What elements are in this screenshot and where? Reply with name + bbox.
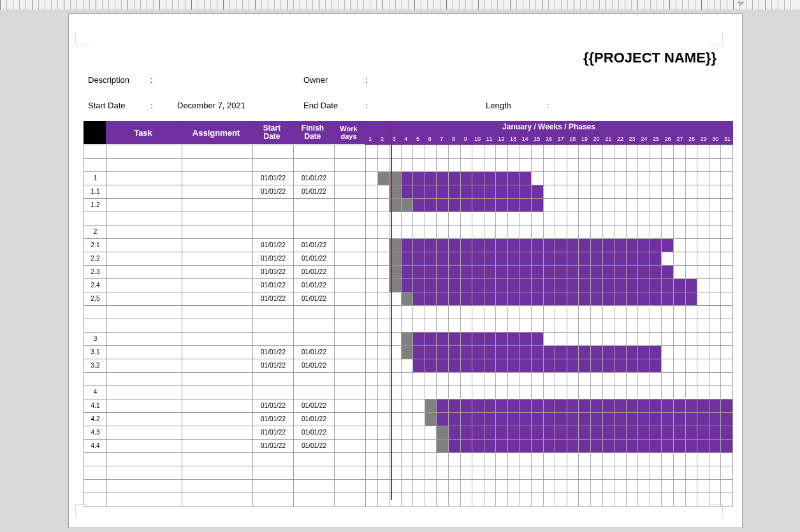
gantt-cell[interactable]	[555, 199, 567, 212]
gantt-cell[interactable]	[507, 399, 520, 412]
gantt-cell[interactable]	[578, 266, 590, 278]
gantt-cell[interactable]	[626, 346, 638, 359]
gantt-cell[interactable]	[484, 306, 496, 319]
gantt-cell[interactable]	[531, 426, 543, 439]
cell-assignment[interactable]	[182, 413, 253, 426]
gantt-cell[interactable]	[366, 359, 377, 372]
gantt-cell[interactable]	[460, 386, 472, 399]
gantt-cell[interactable]	[531, 239, 543, 252]
gantt-cell[interactable]	[531, 319, 543, 332]
gantt-cell[interactable]	[720, 413, 732, 426]
gantt-cell[interactable]	[531, 413, 543, 426]
cell-finish-date[interactable]: 01/01/22	[294, 426, 335, 439]
gantt-cell[interactable]	[709, 333, 721, 345]
gantt-cell[interactable]	[495, 346, 507, 359]
gantt-cell[interactable]	[484, 279, 496, 292]
gantt-cell[interactable]	[507, 239, 520, 252]
gantt-cell[interactable]	[495, 319, 507, 332]
gantt-cell[interactable]	[673, 292, 685, 305]
gantt-cell[interactable]	[520, 359, 532, 372]
gantt-cell[interactable]	[507, 426, 520, 439]
gantt-cell[interactable]	[495, 145, 507, 158]
gantt-cell[interactable]	[637, 145, 650, 158]
gantt-cell[interactable]	[555, 480, 567, 492]
gantt-cell[interactable]	[555, 346, 567, 359]
gantt-cell[interactable]	[650, 226, 662, 238]
gantt-cell[interactable]	[495, 493, 507, 506]
gantt-cell[interactable]	[650, 333, 662, 345]
gantt-cell[interactable]	[626, 386, 638, 399]
table-row[interactable]: 4.101/01/2201/01/22	[84, 399, 733, 412]
gantt-cell[interactable]	[697, 172, 709, 185]
gantt-cell[interactable]	[626, 359, 638, 372]
gantt-cell[interactable]	[495, 359, 507, 372]
gantt-cell[interactable]	[531, 252, 543, 265]
gantt-cell[interactable]	[697, 306, 709, 319]
gantt-cell[interactable]	[661, 493, 673, 506]
gantt-cell[interactable]	[401, 373, 413, 385]
gantt-cell[interactable]	[614, 373, 626, 385]
cell-task[interactable]	[107, 266, 182, 278]
gantt-cell[interactable]	[590, 239, 602, 252]
table-row[interactable]: 4.401/01/2201/01/22	[84, 439, 733, 452]
gantt-cell[interactable]	[495, 399, 507, 412]
gantt-cell[interactable]	[637, 172, 650, 185]
gantt-cell[interactable]	[520, 239, 532, 252]
gantt-cell[interactable]	[650, 413, 662, 426]
gantt-cell[interactable]	[650, 466, 662, 479]
gantt-cell[interactable]	[555, 266, 567, 278]
gantt-cell[interactable]	[448, 333, 460, 345]
cell-finish-date[interactable]: 01/01/22	[294, 279, 335, 292]
gantt-cell[interactable]	[425, 386, 437, 399]
gantt-cell[interactable]	[590, 252, 602, 265]
gantt-cell[interactable]	[543, 185, 555, 198]
gantt-cell[interactable]	[460, 145, 472, 158]
gantt-cell[interactable]	[697, 466, 709, 479]
gantt-cell[interactable]	[507, 199, 520, 212]
cell-assignment[interactable]	[182, 386, 253, 399]
gantt-cell[interactable]	[614, 413, 626, 426]
gantt-cell[interactable]	[543, 359, 555, 372]
cell-task[interactable]	[107, 373, 182, 385]
gantt-cell[interactable]	[401, 279, 413, 292]
cell-work-days[interactable]	[335, 480, 366, 492]
gantt-cell[interactable]	[531, 306, 543, 319]
gantt-cell[interactable]	[614, 145, 626, 158]
gantt-cell[interactable]	[709, 159, 721, 171]
gantt-cell[interactable]	[661, 292, 673, 305]
gantt-cell[interactable]	[602, 212, 615, 225]
gantt-cell[interactable]	[567, 426, 579, 439]
gantt-cell[interactable]	[472, 346, 484, 359]
gantt-cell[interactable]	[590, 399, 602, 412]
gantt-cell[interactable]	[720, 466, 732, 479]
cell-assignment[interactable]	[182, 279, 253, 292]
gantt-cell[interactable]	[626, 226, 638, 238]
cell-assignment[interactable]	[182, 266, 253, 278]
cell-id[interactable]	[84, 212, 107, 225]
gantt-cell[interactable]	[673, 252, 685, 265]
cell-start-date[interactable]	[253, 466, 294, 479]
gantt-cell[interactable]	[520, 159, 532, 171]
gantt-cell[interactable]	[401, 252, 413, 265]
gantt-cell[interactable]	[709, 226, 721, 238]
gantt-cell[interactable]	[472, 252, 484, 265]
cell-finish-date[interactable]	[294, 145, 335, 158]
table-row[interactable]	[84, 452, 733, 466]
gantt-cell[interactable]	[448, 252, 460, 265]
cell-id[interactable]: 2.5	[84, 292, 107, 305]
gantt-cell[interactable]	[685, 185, 697, 198]
gantt-cell[interactable]	[590, 306, 602, 319]
gantt-cell[interactable]	[543, 373, 555, 385]
gantt-cell[interactable]	[614, 239, 626, 252]
gantt-cell[interactable]	[697, 212, 709, 225]
gantt-cell[interactable]	[555, 440, 567, 452]
gantt-cell[interactable]	[436, 306, 448, 319]
cell-task[interactable]	[107, 239, 182, 252]
gantt-cell[interactable]	[650, 252, 662, 265]
gantt-cell[interactable]	[520, 480, 532, 492]
gantt-cell[interactable]	[366, 493, 377, 506]
gantt-cell[interactable]	[412, 319, 425, 332]
gantt-cell[interactable]	[472, 359, 484, 372]
gantt-cell[interactable]	[685, 413, 697, 426]
gantt-cell[interactable]	[412, 239, 425, 252]
